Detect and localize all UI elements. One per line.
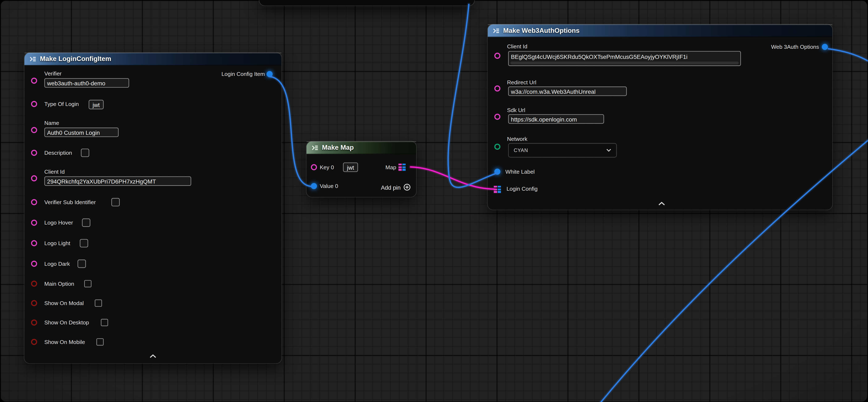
pin-label-client-id: Client Id bbox=[44, 169, 65, 175]
pin-show-on-modal[interactable] bbox=[31, 300, 37, 306]
input-client-id[interactable] bbox=[44, 176, 191, 186]
network-dropdown-value: CYAN bbox=[514, 148, 528, 153]
offscreen-node-partial[interactable] bbox=[259, 0, 474, 5]
input-description[interactable] bbox=[81, 149, 89, 157]
pin-logo-hover[interactable] bbox=[31, 220, 37, 226]
pin-verifier[interactable] bbox=[31, 78, 37, 84]
make-container-icon bbox=[312, 144, 319, 151]
add-pin-button[interactable]: Add pin bbox=[381, 183, 410, 191]
pin-name[interactable] bbox=[31, 127, 37, 133]
wire-web3auth-options-out bbox=[829, 49, 868, 62]
collapse-button[interactable] bbox=[149, 353, 157, 359]
pin-label-login-config: Login Config bbox=[506, 186, 537, 193]
pin-main-option[interactable] bbox=[31, 281, 37, 287]
pin-verifier-sub-identifier[interactable] bbox=[31, 199, 37, 205]
pin-type-of-login[interactable] bbox=[31, 101, 37, 107]
input-type-of-login[interactable] bbox=[89, 100, 103, 109]
wire-map-to-login-config bbox=[411, 167, 495, 189]
pin-label-logo-dark: Logo Dark bbox=[44, 261, 70, 267]
chevron-down-icon bbox=[606, 149, 611, 152]
chevron-up-icon bbox=[149, 354, 157, 358]
input-redirect-url[interactable] bbox=[508, 87, 627, 96]
pin-label-name: Name bbox=[44, 120, 59, 126]
input-verifier[interactable] bbox=[44, 78, 129, 88]
pin-label-login-config-item: Login Config Item bbox=[221, 71, 265, 78]
network-dropdown[interactable]: CYAN bbox=[508, 143, 617, 158]
node-header-make-loginconfigitem[interactable]: Make LoginConfigItem bbox=[24, 53, 281, 66]
checkbox-show-on-desktop[interactable] bbox=[101, 319, 108, 326]
checkbox-main-option[interactable] bbox=[84, 280, 91, 287]
pin-label-type-of-login: Type Of Login bbox=[44, 101, 79, 108]
pin-label-redirect-url: Redirect Url bbox=[507, 79, 536, 86]
pin-value-0[interactable] bbox=[311, 183, 317, 189]
pin-login-config-map-grid-icon[interactable] bbox=[494, 186, 501, 193]
pin-show-on-desktop[interactable] bbox=[31, 319, 37, 325]
checkbox-show-on-mobile[interactable] bbox=[96, 338, 103, 345]
make-struct-icon bbox=[493, 27, 500, 34]
pin-key-0[interactable] bbox=[311, 164, 317, 170]
input-sdk-url[interactable] bbox=[508, 114, 604, 124]
pin-label-web3auth-options-out: Web 3Auth Options bbox=[771, 44, 819, 51]
pin-output-web3auth-options[interactable] bbox=[822, 44, 828, 50]
pin-label-show-on-desktop: Show On Desktop bbox=[44, 319, 89, 326]
pin-label-white-label: White Label bbox=[505, 169, 535, 175]
input-logo-hover[interactable] bbox=[82, 219, 90, 227]
pin-show-on-mobile[interactable] bbox=[31, 339, 37, 345]
pin-label-verifier-sub-identifier: Verifier Sub Identifier bbox=[44, 199, 96, 206]
pin-label-show-on-modal: Show On Modal bbox=[44, 300, 84, 307]
chevron-up-icon bbox=[658, 201, 665, 206]
input-logo-dark[interactable] bbox=[78, 260, 86, 268]
node-header-make-map[interactable]: Make Map bbox=[307, 142, 416, 154]
wire-glow bbox=[411, 167, 495, 189]
node-make-map[interactable]: Make Map Key 0 Map Value 0 Add pin bbox=[307, 142, 416, 197]
pin-logo-light[interactable] bbox=[31, 240, 37, 246]
pin-client-id[interactable] bbox=[494, 53, 500, 59]
pin-label-logo-light: Logo Light bbox=[44, 240, 70, 247]
pin-logo-dark[interactable] bbox=[31, 261, 37, 267]
input-logo-light[interactable] bbox=[80, 239, 88, 248]
input-client-id[interactable]: BEglQSgt4cUWcj6SKRdu5QkOXTsePmMcusG5EAoy… bbox=[508, 51, 741, 66]
input-client-id-text: BEglQSgt4cUWcj6SKRdu5QkOXTsePmMcusG5EAoy… bbox=[509, 52, 741, 61]
node-header-make-web3authoptions[interactable]: Make Web3AuthOptions bbox=[488, 24, 832, 37]
pin-label-show-on-mobile: Show On Mobile bbox=[44, 339, 85, 346]
blueprint-editor-viewport: Make LoginConfigItem Login Config Item V… bbox=[0, 0, 868, 402]
pin-label-network: Network bbox=[507, 136, 527, 143]
input-verifier-sub-identifier[interactable] bbox=[111, 198, 120, 206]
pin-label-map-out: Map bbox=[385, 164, 396, 171]
make-struct-icon bbox=[29, 55, 36, 62]
pin-label-key-0: Key 0 bbox=[320, 164, 334, 171]
pin-network[interactable] bbox=[494, 144, 500, 150]
add-pin-label: Add pin bbox=[381, 184, 401, 191]
node-title: Make Web3AuthOptions bbox=[503, 27, 580, 34]
pin-redirect-url[interactable] bbox=[494, 85, 500, 91]
node-make-web3authoptions[interactable]: Make Web3AuthOptions Web 3Auth Options C… bbox=[488, 24, 832, 210]
wire-glow bbox=[829, 49, 868, 62]
node-title: Make LoginConfigItem bbox=[40, 55, 111, 63]
pin-map-out-map-grid-icon[interactable] bbox=[399, 164, 406, 171]
pin-label-main-option: Main Option bbox=[44, 281, 74, 287]
pin-sdk-url[interactable] bbox=[494, 114, 500, 120]
pin-label-value-0: Value 0 bbox=[320, 183, 338, 190]
pin-client-id[interactable] bbox=[31, 175, 37, 181]
plus-circle-icon bbox=[403, 183, 410, 191]
collapse-button[interactable] bbox=[657, 201, 666, 206]
pin-label-client-id: Client Id bbox=[507, 43, 527, 50]
pin-label-verifier: Verifier bbox=[44, 70, 62, 77]
pin-label-sdk-url: Sdk Url bbox=[507, 107, 525, 114]
input-key-0[interactable] bbox=[343, 163, 358, 172]
pin-output-login-config-item[interactable] bbox=[267, 71, 273, 77]
node-make-loginconfigitem[interactable]: Make LoginConfigItem Login Config Item V… bbox=[24, 53, 281, 363]
checkbox-show-on-modal[interactable] bbox=[95, 299, 102, 307]
pin-label-logo-hover: Logo Hover bbox=[44, 220, 73, 226]
pin-description[interactable] bbox=[31, 150, 37, 156]
graph-canvas[interactable]: Make LoginConfigItem Login Config Item V… bbox=[0, 0, 868, 402]
node-title: Make Map bbox=[322, 144, 354, 151]
input-client-id-scrollbar[interactable] bbox=[510, 62, 739, 64]
pin-label-description: Description bbox=[44, 150, 72, 156]
pin-white-label[interactable] bbox=[494, 169, 500, 175]
input-name[interactable] bbox=[44, 127, 119, 137]
